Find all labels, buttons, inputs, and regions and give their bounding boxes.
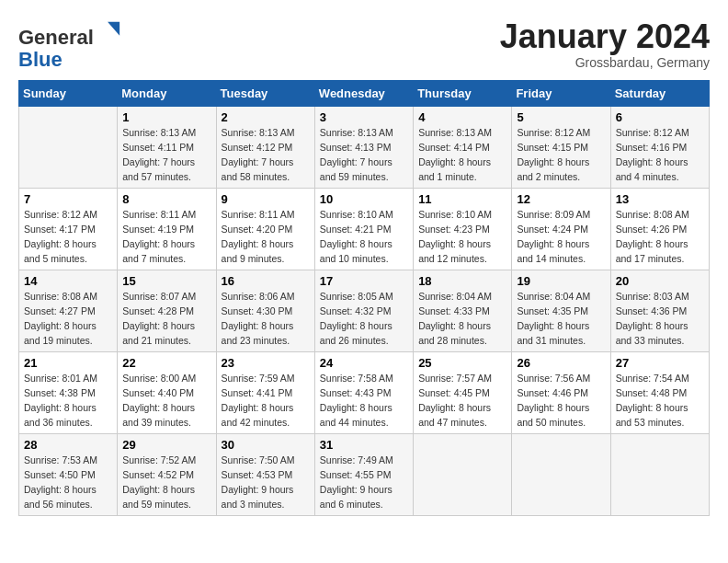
week-row-2: 7Sunrise: 8:12 AMSunset: 4:17 PMDaylight… bbox=[19, 189, 710, 270]
month-title: January 2024 bbox=[500, 18, 710, 55]
calendar-cell: 31Sunrise: 7:49 AMSunset: 4:55 PMDayligh… bbox=[314, 434, 413, 516]
calendar-cell: 18Sunrise: 8:04 AMSunset: 4:33 PMDayligh… bbox=[414, 270, 512, 352]
day-info: Sunrise: 8:00 AMSunset: 4:40 PMDaylight:… bbox=[122, 372, 210, 430]
day-number: 7 bbox=[24, 192, 112, 206]
calendar-cell: 23Sunrise: 7:59 AMSunset: 4:41 PMDayligh… bbox=[216, 352, 314, 434]
calendar-cell: 28Sunrise: 7:53 AMSunset: 4:50 PMDayligh… bbox=[19, 434, 118, 516]
calendar-cell: 6Sunrise: 8:12 AMSunset: 4:16 PMDaylight… bbox=[610, 107, 709, 189]
calendar-table: SundayMondayTuesdayWednesdayThursdayFrid… bbox=[18, 80, 710, 516]
calendar-cell: 11Sunrise: 8:10 AMSunset: 4:23 PMDayligh… bbox=[414, 189, 512, 270]
calendar-cell: 15Sunrise: 8:07 AMSunset: 4:28 PMDayligh… bbox=[118, 270, 216, 352]
calendar-cell: 29Sunrise: 7:52 AMSunset: 4:52 PMDayligh… bbox=[118, 434, 216, 516]
day-info: Sunrise: 7:56 AMSunset: 4:46 PMDaylight:… bbox=[517, 372, 605, 430]
day-number: 22 bbox=[122, 356, 210, 370]
day-number: 3 bbox=[320, 110, 408, 124]
day-info: Sunrise: 8:07 AMSunset: 4:28 PMDaylight:… bbox=[122, 290, 210, 348]
day-info: Sunrise: 8:10 AMSunset: 4:23 PMDaylight:… bbox=[418, 208, 506, 266]
calendar-cell: 20Sunrise: 8:03 AMSunset: 4:36 PMDayligh… bbox=[610, 270, 709, 352]
calendar-cell: 10Sunrise: 8:10 AMSunset: 4:21 PMDayligh… bbox=[314, 189, 413, 270]
day-info: Sunrise: 8:08 AMSunset: 4:27 PMDaylight:… bbox=[24, 290, 112, 348]
day-number: 21 bbox=[24, 356, 112, 370]
day-info: Sunrise: 8:13 AMSunset: 4:14 PMDaylight:… bbox=[418, 126, 506, 184]
column-header-wednesday: Wednesday bbox=[314, 81, 413, 107]
day-number: 14 bbox=[24, 274, 112, 288]
calendar-cell: 30Sunrise: 7:50 AMSunset: 4:53 PMDayligh… bbox=[216, 434, 314, 516]
location-text: Grossbardau, Germany bbox=[500, 55, 710, 70]
calendar-cell: 2Sunrise: 8:13 AMSunset: 4:12 PMDaylight… bbox=[216, 107, 314, 189]
calendar-cell: 4Sunrise: 8:13 AMSunset: 4:14 PMDaylight… bbox=[414, 107, 512, 189]
day-info: Sunrise: 7:58 AMSunset: 4:43 PMDaylight:… bbox=[320, 372, 408, 430]
column-header-saturday: Saturday bbox=[610, 81, 709, 107]
day-number: 15 bbox=[122, 274, 210, 288]
calendar-cell: 19Sunrise: 8:04 AMSunset: 4:35 PMDayligh… bbox=[512, 270, 610, 352]
day-number: 8 bbox=[122, 192, 210, 206]
day-info: Sunrise: 8:11 AMSunset: 4:19 PMDaylight:… bbox=[122, 208, 210, 266]
day-number: 30 bbox=[222, 438, 310, 452]
day-info: Sunrise: 7:57 AMSunset: 4:45 PMDaylight:… bbox=[418, 372, 506, 430]
logo: General Blue bbox=[18, 18, 121, 71]
title-block: January 2024 Grossbardau, Germany bbox=[500, 18, 710, 70]
day-number: 1 bbox=[122, 110, 210, 124]
calendar-cell: 7Sunrise: 8:12 AMSunset: 4:17 PMDaylight… bbox=[19, 189, 118, 270]
calendar-cell bbox=[19, 107, 118, 189]
calendar-cell: 16Sunrise: 8:06 AMSunset: 4:30 PMDayligh… bbox=[216, 270, 314, 352]
calendar-cell: 14Sunrise: 8:08 AMSunset: 4:27 PMDayligh… bbox=[19, 270, 118, 352]
calendar-cell: 22Sunrise: 8:00 AMSunset: 4:40 PMDayligh… bbox=[118, 352, 216, 434]
day-number: 25 bbox=[418, 356, 506, 370]
logo-icon bbox=[96, 18, 121, 44]
calendar-cell: 26Sunrise: 7:56 AMSunset: 4:46 PMDayligh… bbox=[512, 352, 610, 434]
day-number: 26 bbox=[517, 356, 605, 370]
calendar-body: 1Sunrise: 8:13 AMSunset: 4:11 PMDaylight… bbox=[19, 107, 710, 516]
day-number: 16 bbox=[222, 274, 310, 288]
day-info: Sunrise: 8:11 AMSunset: 4:20 PMDaylight:… bbox=[222, 208, 310, 266]
page-header: General Blue January 2024 Grossbardau, G… bbox=[18, 18, 710, 71]
calendar-cell: 1Sunrise: 8:13 AMSunset: 4:11 PMDaylight… bbox=[118, 107, 216, 189]
day-info: Sunrise: 8:01 AMSunset: 4:38 PMDaylight:… bbox=[24, 372, 112, 430]
day-info: Sunrise: 8:10 AMSunset: 4:21 PMDaylight:… bbox=[320, 208, 408, 266]
week-row-3: 14Sunrise: 8:08 AMSunset: 4:27 PMDayligh… bbox=[19, 270, 710, 352]
column-header-tuesday: Tuesday bbox=[216, 81, 314, 107]
column-header-friday: Friday bbox=[512, 81, 610, 107]
week-row-4: 21Sunrise: 8:01 AMSunset: 4:38 PMDayligh… bbox=[19, 352, 710, 434]
day-info: Sunrise: 8:12 AMSunset: 4:15 PMDaylight:… bbox=[517, 126, 605, 184]
day-number: 20 bbox=[616, 274, 704, 288]
day-number: 11 bbox=[418, 192, 506, 206]
day-info: Sunrise: 8:04 AMSunset: 4:33 PMDaylight:… bbox=[418, 290, 506, 348]
week-row-1: 1Sunrise: 8:13 AMSunset: 4:11 PMDaylight… bbox=[19, 107, 710, 189]
calendar-cell bbox=[414, 434, 512, 516]
day-number: 4 bbox=[418, 110, 506, 124]
day-info: Sunrise: 8:13 AMSunset: 4:13 PMDaylight:… bbox=[320, 126, 408, 184]
day-number: 17 bbox=[320, 274, 408, 288]
day-info: Sunrise: 8:12 AMSunset: 4:17 PMDaylight:… bbox=[24, 208, 112, 266]
day-info: Sunrise: 7:52 AMSunset: 4:52 PMDaylight:… bbox=[122, 454, 210, 511]
calendar-cell bbox=[610, 434, 709, 516]
day-info: Sunrise: 7:59 AMSunset: 4:41 PMDaylight:… bbox=[222, 372, 310, 430]
week-row-5: 28Sunrise: 7:53 AMSunset: 4:50 PMDayligh… bbox=[19, 434, 710, 516]
day-info: Sunrise: 7:49 AMSunset: 4:55 PMDaylight:… bbox=[320, 454, 408, 511]
day-info: Sunrise: 8:04 AMSunset: 4:35 PMDaylight:… bbox=[517, 290, 605, 348]
calendar-cell: 27Sunrise: 7:54 AMSunset: 4:48 PMDayligh… bbox=[610, 352, 709, 434]
calendar-cell: 17Sunrise: 8:05 AMSunset: 4:32 PMDayligh… bbox=[314, 270, 413, 352]
calendar-cell: 12Sunrise: 8:09 AMSunset: 4:24 PMDayligh… bbox=[512, 189, 610, 270]
calendar-cell: 21Sunrise: 8:01 AMSunset: 4:38 PMDayligh… bbox=[19, 352, 118, 434]
calendar-cell: 9Sunrise: 8:11 AMSunset: 4:20 PMDaylight… bbox=[216, 189, 314, 270]
day-number: 18 bbox=[418, 274, 506, 288]
day-number: 27 bbox=[616, 356, 704, 370]
day-number: 24 bbox=[320, 356, 408, 370]
day-info: Sunrise: 7:54 AMSunset: 4:48 PMDaylight:… bbox=[616, 372, 704, 430]
day-number: 9 bbox=[222, 192, 310, 206]
day-number: 19 bbox=[517, 274, 605, 288]
day-number: 12 bbox=[517, 192, 605, 206]
day-info: Sunrise: 8:13 AMSunset: 4:12 PMDaylight:… bbox=[222, 126, 310, 184]
calendar-cell bbox=[512, 434, 610, 516]
day-info: Sunrise: 8:06 AMSunset: 4:30 PMDaylight:… bbox=[222, 290, 310, 348]
logo-general-text: General bbox=[18, 26, 94, 49]
calendar-cell: 3Sunrise: 8:13 AMSunset: 4:13 PMDaylight… bbox=[314, 107, 413, 189]
day-number: 10 bbox=[320, 192, 408, 206]
day-info: Sunrise: 7:50 AMSunset: 4:53 PMDaylight:… bbox=[222, 454, 310, 511]
calendar-cell: 25Sunrise: 7:57 AMSunset: 4:45 PMDayligh… bbox=[414, 352, 512, 434]
day-number: 31 bbox=[320, 438, 408, 452]
column-header-sunday: Sunday bbox=[19, 81, 118, 107]
day-number: 5 bbox=[517, 110, 605, 124]
day-number: 13 bbox=[616, 192, 704, 206]
